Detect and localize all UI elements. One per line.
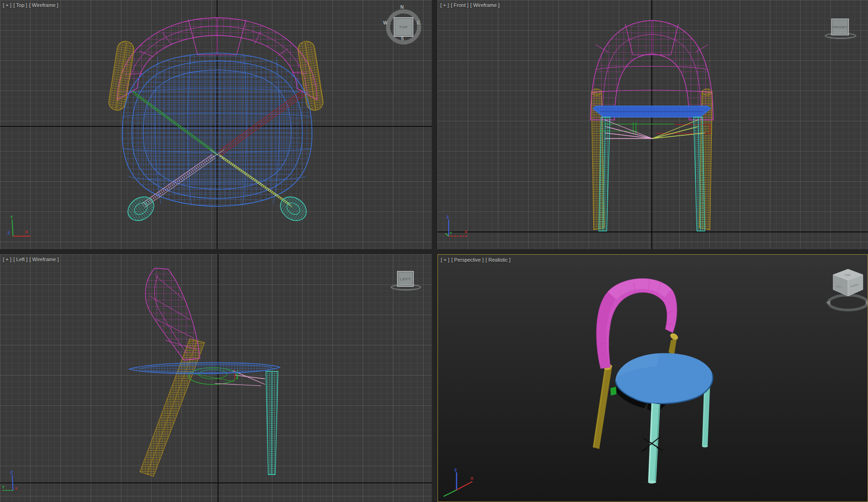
viewport-label-bar: [ + ] [ Left ] [ Wireframe ] [3, 257, 59, 262]
scene-left-wireframe: Z Y X [0, 254, 432, 502]
svg-text:Z: Z [10, 470, 13, 475]
viewport-menu-button[interactable]: [ + ] [3, 257, 12, 262]
chair-front-leg-left-wire[interactable] [599, 117, 610, 231]
viewport-front[interactable]: Z X Y FRONT [ + ] [ Front ] [ Wireframe … [437, 0, 868, 249]
viewport-menu-button[interactable]: [ + ] [441, 257, 450, 263]
viewcube-top-face-label: TOP [845, 274, 850, 277]
svg-text:X: X [25, 230, 28, 234]
viewport-view-button[interactable]: [ Top ] [13, 2, 27, 8]
chair-front-foot-right-wire[interactable] [276, 192, 311, 225]
chair-rear-leg-left[interactable] [593, 363, 613, 449]
svg-text:Z: Z [7, 231, 10, 235]
viewport-shading-button[interactable]: [ Wireframe ] [29, 257, 59, 262]
chair-backrest-wire[interactable] [590, 20, 713, 120]
chair-seat-wire[interactable] [593, 106, 711, 117]
chair-front-foot-left-wire[interactable] [123, 192, 159, 225]
viewport-shading-button[interactable]: [ Wireframe ] [470, 2, 500, 8]
viewcube-face-front[interactable]: FRONT [831, 19, 849, 35]
svg-text:Z: Z [446, 215, 449, 219]
viewport-label-bar: [ + ] [ Perspective ] [ Realistic ] [441, 257, 510, 263]
svg-text:Y: Y [2, 485, 5, 489]
viewcube-face-top[interactable]: TOP [394, 17, 413, 37]
svg-text:X: X [470, 476, 473, 481]
viewcube-front[interactable]: FRONT [831, 19, 859, 42]
chair-seat[interactable] [616, 353, 713, 404]
viewport-shading-button[interactable]: [ Realistic ] [485, 257, 510, 263]
viewport-quad: Y X Z N E S W TOP [ + ] [ Top ] [ Wirefr… [0, 0, 868, 502]
scene-top-wireframe: Y X Z [0, 0, 432, 249]
viewport-view-button[interactable]: [ Perspective ] [451, 257, 484, 263]
compass-south[interactable]: S [401, 36, 404, 41]
chair-seat-wire[interactable] [122, 53, 312, 206]
viewport-label-bar: [ + ] [ Front ] [ Wireframe ] [440, 2, 500, 8]
svg-text:X: X [464, 230, 467, 234]
chair-front-leg-right-wire[interactable] [694, 117, 705, 231]
viewport-left[interactable]: Z Y X LEFT [ + ] [ Left ] [ Wireframe ] [0, 254, 432, 502]
viewcube-perspective[interactable]: TOP LEFT FRONT [826, 269, 868, 310]
scene-front-wireframe: Z X Y [437, 0, 868, 249]
viewport-view-button[interactable]: [ Left ] [13, 257, 28, 262]
compass-east[interactable]: E [417, 20, 420, 26]
chair-braces-wire[interactable] [598, 120, 710, 139]
chair-rear-leg-right[interactable] [669, 332, 679, 355]
chair-front-leg-wire[interactable] [266, 371, 278, 475]
scene-perspective-shaded: TOP LEFT FRONT Z X [438, 255, 868, 502]
chair-rear-leg-wire[interactable] [140, 339, 205, 476]
compass-west[interactable]: W [383, 20, 387, 26]
chair-backrest-wire[interactable] [146, 268, 200, 360]
viewport-top[interactable]: Y X Z N E S W TOP [ + ] [ Top ] [ Wirefr… [0, 0, 432, 249]
axis-tripod: Y X Z [7, 215, 31, 236]
viewcube-left[interactable]: LEFT [397, 271, 425, 294]
chair-front-leg-left[interactable] [648, 403, 661, 483]
chair-seat-wire[interactable] [129, 363, 280, 374]
svg-text:Z: Z [454, 468, 457, 472]
viewcube-face-left[interactable]: LEFT [397, 271, 414, 287]
viewport-label-bar: [ + ] [ Top ] [ Wireframe ] [3, 2, 58, 8]
viewport-shading-button[interactable]: [ Wireframe ] [29, 2, 58, 8]
svg-text:Y: Y [450, 231, 452, 235]
viewport-menu-button[interactable]: [ + ] [3, 2, 12, 8]
axis-tripod: Z X Y [445, 215, 467, 236]
viewport-view-button[interactable]: [ Front ] [451, 2, 469, 8]
svg-text:X: X [15, 486, 18, 490]
axis-tripod: Z Y X [2, 470, 18, 490]
svg-text:Y: Y [10, 215, 13, 219]
chair-bracket[interactable] [610, 387, 616, 396]
viewport-menu-button[interactable]: [ + ] [440, 2, 449, 8]
viewport-perspective[interactable]: TOP LEFT FRONT Z X [ + ] [ Perspective ]… [437, 254, 868, 502]
compass-north[interactable]: N [400, 5, 404, 10]
viewcube-compass[interactable]: N E S W TOP [384, 7, 423, 46]
axis-tripod: Z X [444, 468, 473, 496]
